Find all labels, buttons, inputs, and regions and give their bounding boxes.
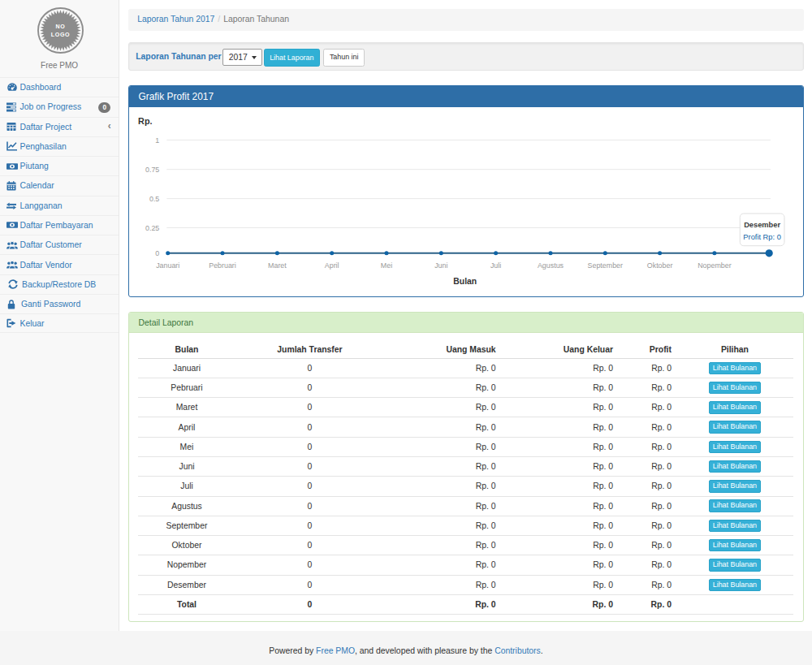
svg-text:0.75: 0.75 bbox=[145, 166, 159, 174]
svg-text:Agustus: Agustus bbox=[538, 261, 564, 270]
svg-text:Desember: Desember bbox=[744, 221, 780, 229]
svg-text:Januari: Januari bbox=[156, 261, 179, 270]
svg-text:LOGO: LOGO bbox=[50, 32, 70, 38]
svg-text:April: April bbox=[325, 261, 339, 270]
svg-text:0: 0 bbox=[156, 249, 160, 257]
svg-text:0.25: 0.25 bbox=[145, 223, 159, 231]
svg-text:Oktober: Oktober bbox=[647, 261, 673, 270]
svg-text:Nopember: Nopember bbox=[698, 261, 731, 270]
svg-text:Profit Rp: 0: Profit Rp: 0 bbox=[744, 233, 781, 241]
svg-text:Juli: Juli bbox=[490, 261, 501, 270]
svg-text:September: September bbox=[588, 261, 623, 270]
svg-text:1: 1 bbox=[156, 136, 160, 144]
svg-text:Pebruari: Pebruari bbox=[209, 261, 236, 270]
svg-text:Rp.: Rp. bbox=[138, 116, 152, 126]
svg-text:Juni: Juni bbox=[434, 261, 447, 270]
svg-text:0.5: 0.5 bbox=[149, 195, 159, 203]
svg-text:Maret: Maret bbox=[268, 261, 287, 270]
svg-text:Mei: Mei bbox=[381, 261, 392, 270]
svg-text:Bulan: Bulan bbox=[454, 277, 477, 286]
svg-text:NO: NO bbox=[55, 24, 65, 30]
